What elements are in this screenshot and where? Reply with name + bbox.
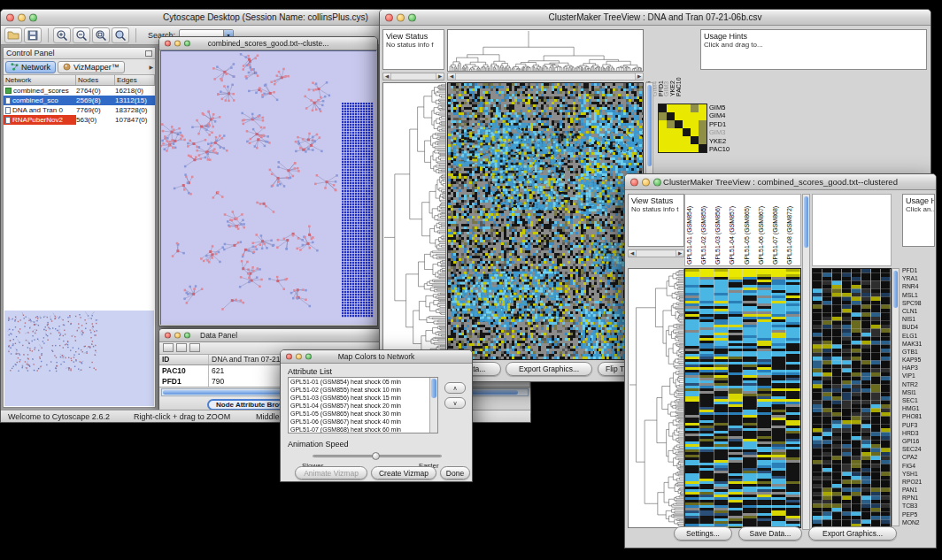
scroll-thumb[interactable] bbox=[431, 379, 436, 398]
gene-label[interactable]: YSH1 bbox=[902, 472, 936, 478]
attribute-delete-icon[interactable] bbox=[189, 343, 200, 352]
close-button[interactable] bbox=[6, 13, 14, 21]
scroll-thumb[interactable] bbox=[647, 85, 652, 166]
gene-label[interactable]: TCB3 bbox=[902, 503, 936, 510]
gene-label[interactable]: CPA2 bbox=[902, 455, 936, 461]
zoom-button[interactable] bbox=[408, 13, 416, 21]
gene-label[interactable]: KAP95 bbox=[902, 357, 936, 364]
expression-heatmap[interactable] bbox=[684, 268, 801, 528]
network-row-selected[interactable]: combined_sco 2569(8) 13112(15) bbox=[4, 96, 155, 105]
scroll-left-icon[interactable]: ◀ bbox=[383, 73, 391, 80]
zoom-selected-button[interactable] bbox=[112, 27, 129, 43]
gene-label[interactable]: RPO21 bbox=[902, 479, 936, 486]
mini-correlation-heatmap[interactable] bbox=[658, 104, 707, 153]
gene-label[interactable]: PFD1 bbox=[902, 268, 936, 274]
gene-label[interactable]: HAP3 bbox=[902, 365, 936, 372]
secondary-vscrollbar[interactable] bbox=[892, 268, 900, 526]
move-down-button[interactable]: ∨ bbox=[444, 397, 466, 409]
export-graphics-button[interactable]: Export Graphics... bbox=[808, 526, 897, 541]
minimize-button[interactable] bbox=[296, 354, 302, 360]
tab-network[interactable]: Network bbox=[5, 61, 56, 73]
minimize-button[interactable] bbox=[18, 13, 26, 21]
tab-vizmapper[interactable]: VizMapper™ bbox=[58, 61, 125, 73]
move-up-button[interactable]: ∧ bbox=[444, 382, 466, 394]
treeview1-titlebar[interactable]: ClusterMaker TreeView : DNA and Tran 07-… bbox=[380, 10, 930, 26]
gene-label[interactable]: SEC1 bbox=[902, 398, 936, 404]
network-row[interactable]: DNA and Tran 0 7769(0) 183728(0) bbox=[4, 105, 155, 115]
dendrogram-hscrollbar[interactable]: ◀ ▶ bbox=[382, 73, 444, 81]
gene-label[interactable]: HMG1 bbox=[902, 406, 936, 412]
scroll-thumb[interactable] bbox=[893, 271, 898, 308]
gene-label[interactable]: PUF3 bbox=[902, 423, 936, 429]
attribute-list[interactable]: GPL51-01 (GSM854) heat shock 05 minGPL51… bbox=[288, 377, 438, 433]
gene-label[interactable]: YRA1 bbox=[902, 276, 936, 282]
zoom-in-button[interactable] bbox=[53, 27, 71, 43]
gene-label[interactable]: HRD3 bbox=[902, 431, 936, 437]
gene-label[interactable]: CLN1 bbox=[902, 309, 936, 315]
gene-label[interactable]: SPC98 bbox=[902, 301, 936, 307]
zoom-out-button[interactable] bbox=[73, 27, 90, 43]
dendrogram-hscrollbar[interactable]: ◀ ▶ bbox=[628, 249, 684, 257]
zoom-fit-button[interactable] bbox=[92, 27, 110, 43]
gene-label[interactable]: GTB1 bbox=[902, 349, 936, 356]
attribute-select-icon[interactable] bbox=[163, 343, 174, 352]
settings-button[interactable]: Settings... bbox=[674, 526, 732, 541]
gene-label[interactable]: FIG4 bbox=[902, 464, 936, 470]
gene-label[interactable]: BUD4 bbox=[902, 325, 936, 331]
heatmap-vscrollbar[interactable] bbox=[802, 194, 810, 530]
network-view-titlebar[interactable]: combined_scores_good.txt--cluste... bbox=[159, 37, 377, 50]
scroll-right-icon[interactable]: ▶ bbox=[635, 73, 643, 80]
gene-label[interactable]: SEC24 bbox=[902, 447, 936, 453]
zoom-button[interactable] bbox=[184, 333, 190, 339]
gene-label[interactable]: PAN1 bbox=[902, 487, 936, 494]
expression-heatmap[interactable] bbox=[447, 82, 644, 360]
zoom-button[interactable] bbox=[29, 13, 37, 21]
attribute-item[interactable]: GPL51-02 (GSM855) heat shock 10 min bbox=[289, 386, 437, 394]
zoom-button[interactable] bbox=[184, 41, 190, 47]
attribute-create-icon[interactable] bbox=[176, 343, 187, 352]
network-overview[interactable] bbox=[4, 311, 154, 406]
close-button[interactable] bbox=[165, 333, 171, 339]
scroll-right-icon[interactable]: ▶ bbox=[676, 250, 683, 257]
scroll-left-icon[interactable]: ◀ bbox=[448, 73, 456, 80]
gene-label[interactable]: PEP5 bbox=[902, 512, 936, 518]
gene-label[interactable]: MON2 bbox=[902, 520, 936, 526]
gene-label[interactable]: NIS1 bbox=[902, 317, 936, 323]
scroll-thumb[interactable] bbox=[804, 196, 808, 248]
gene-label[interactable]: RPN1 bbox=[902, 495, 936, 502]
minimize-button[interactable] bbox=[397, 13, 405, 21]
create-vizmap-button[interactable]: Create Vizmap bbox=[371, 466, 436, 479]
row-dendrogram[interactable] bbox=[628, 268, 684, 528]
scroll-right-icon[interactable]: ▶ bbox=[436, 73, 444, 80]
dialog-titlebar[interactable]: Map Colors to Network bbox=[281, 350, 472, 364]
column-dendrogram[interactable] bbox=[447, 29, 644, 72]
tab-overflow-arrow[interactable]: ▶ bbox=[149, 64, 153, 70]
gene-label[interactable]: GPI16 bbox=[902, 439, 936, 445]
gene-label[interactable]: NTR2 bbox=[902, 382, 936, 388]
gene-label[interactable]: MSL1 bbox=[902, 293, 936, 299]
gene-label[interactable]: MAK31 bbox=[902, 341, 936, 348]
row-dendrogram[interactable] bbox=[382, 82, 446, 360]
scroll-left-icon[interactable]: ◀ bbox=[629, 250, 637, 257]
gene-label[interactable]: VIP1 bbox=[902, 373, 936, 380]
done-button[interactable]: Done bbox=[440, 466, 470, 479]
attribute-item[interactable]: GPL51-06 (GSM867) heat shock 40 min bbox=[289, 418, 437, 426]
attribute-item[interactable]: GPL51-03 (GSM856) heat shock 15 min bbox=[289, 394, 437, 402]
gene-label[interactable]: RNR4 bbox=[902, 284, 936, 290]
col-network[interactable]: Network bbox=[4, 75, 76, 85]
save-session-button[interactable] bbox=[24, 27, 42, 43]
network-row[interactable]: RNAPuberNov2 563(0) 107847(0) bbox=[4, 115, 155, 125]
col-edges[interactable]: Edges bbox=[115, 75, 155, 85]
gene-label[interactable]: MSI1 bbox=[902, 390, 936, 396]
network-row[interactable]: combined_scores 2764(0) 16218(0) bbox=[4, 86, 155, 96]
open-session-button[interactable] bbox=[4, 27, 22, 43]
minimize-button[interactable] bbox=[174, 333, 181, 339]
speed-slider-thumb[interactable] bbox=[372, 452, 380, 460]
close-button[interactable] bbox=[385, 13, 393, 21]
col-nodes[interactable]: Nodes bbox=[76, 75, 115, 85]
zoom-button[interactable] bbox=[305, 354, 312, 360]
network-canvas[interactable] bbox=[161, 51, 377, 325]
secondary-heatmap[interactable] bbox=[812, 268, 892, 528]
float-panel-icon[interactable] bbox=[145, 50, 152, 57]
attribute-item[interactable]: GPL51-01 (GSM854) heat shock 05 min bbox=[289, 378, 437, 386]
